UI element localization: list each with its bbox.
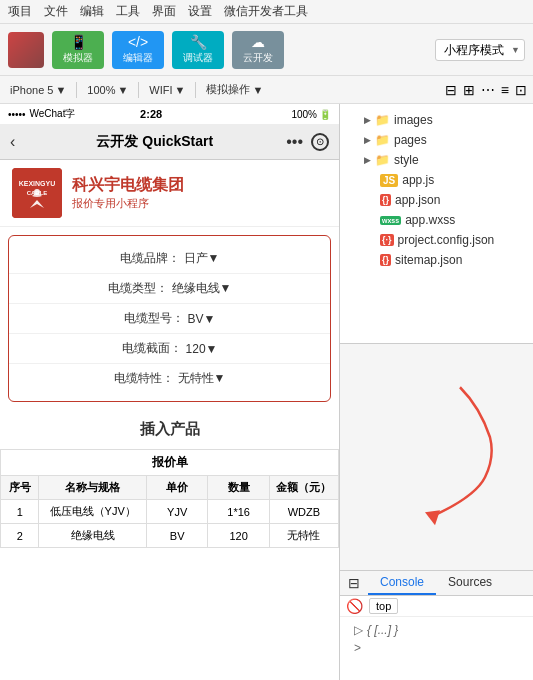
table-row: 1 低压电线（YJV） YJV 1*16 WDZB [1,500,339,524]
avatar [8,32,44,68]
mode-wrapper[interactable]: 小程序模式 [435,39,525,61]
device-selector[interactable]: iPhone 5 ▼ [6,82,70,98]
console-toolbar: 🚫 top [340,596,533,617]
simulator-button[interactable]: 📱 模拟器 [52,31,104,69]
divider-3 [195,82,196,98]
insert-product-section[interactable]: 插入产品 [0,410,339,449]
cloud-icon: ☁ [251,35,265,49]
tree-item-projectconfig[interactable]: {·} project.config.json [344,230,529,250]
tree-name-style: style [394,153,419,167]
mode-dropdown[interactable]: 小程序模式 [435,39,525,61]
wechat-app-label: WeChat字 [30,107,76,121]
simulator-label: 模拟器 [63,51,93,65]
property-value: 无特性▼ [178,370,226,387]
divider-1 [76,82,77,98]
company-subtitle: 报价专用小程序 [72,196,184,211]
insert-label: 插入产品 [140,420,200,437]
menu-item-项目[interactable]: 项目 [8,3,32,20]
tree-item-pages[interactable]: ▶ 📁 pages [344,130,529,150]
quote-table: 报价单 序号 名称与规格 单价 数量 金额（元） 1 低压电线（YJV） YJV… [0,449,339,548]
menu-item-编辑[interactable]: 编辑 [80,3,104,20]
tree-item-sitemap[interactable]: {} sitemap.json [344,250,529,270]
cloud-label: 云开发 [243,51,273,65]
tree-item-appwxss[interactable]: wxss app.wxss [344,210,529,230]
type-label: 电缆类型： [108,280,168,297]
form-row-brand[interactable]: 电缆品牌： 日产▼ [9,244,330,274]
row1-seq: 1 [1,500,39,524]
brand-value: 日产▼ [184,250,220,267]
toolbar-icon-1[interactable]: ⊟ [445,82,457,98]
console-content: ▷ { [...] } > [340,617,533,680]
editor-label: 编辑器 [123,51,153,65]
mode-select-area: 小程序模式 [435,39,525,61]
tab-sources[interactable]: Sources [436,571,504,595]
battery-indicator: 100% 🔋 [291,109,331,120]
zoom-label: 100% [87,84,115,96]
menu-item-文件[interactable]: 文件 [44,3,68,20]
col-header-seq: 序号 [1,476,39,500]
debugger-button[interactable]: 🔧 调试器 [172,31,224,69]
svg-point-3 [34,189,40,195]
col-header-qty: 数量 [208,476,269,500]
tree-item-style[interactable]: ▶ 📁 style [344,150,529,170]
tab-sources-label: Sources [448,575,492,589]
editor-button[interactable]: </> 编辑器 [112,31,164,69]
back-button[interactable]: ‹ [10,133,15,151]
file-tree: ▶ 📁 images ▶ 📁 pages ▶ 📁 style JS app.js… [340,104,533,344]
row1-name: 低压电线（YJV） [39,500,147,524]
app-header: KEXINGYU CABLE 科兴宇电缆集团 报价专用小程序 [0,160,339,227]
divider-2 [138,82,139,98]
page-title: 云开发 QuickStart [23,133,286,151]
phone-simulator: ••••• WeChat字 2:28 100% 🔋 ‹ 云开发 QuickSta… [0,104,340,680]
form-row-property[interactable]: 电缆特性： 无特性▼ [9,364,330,393]
action-selector[interactable]: 模拟操作 ▼ [202,80,267,99]
toolbar-icon-3[interactable]: ⋯ [481,82,495,98]
tree-item-appjs[interactable]: JS app.js [344,170,529,190]
sitemap-file-icon: {} [380,254,391,266]
type-value: 绝缘电线▼ [172,280,232,297]
toolbar-icon-2[interactable]: ⊞ [463,82,475,98]
tab-icon: ⊟ [348,575,360,591]
menu-item-设置[interactable]: 设置 [188,3,212,20]
console-panel: ⊟ Console Sources 🚫 top ▷ { [...] } [340,570,533,680]
console-cursor-row[interactable]: > [348,639,525,657]
model-label: 电缆型号： [124,310,184,327]
console-prompt: ▷ [354,623,363,637]
red-arrow-annotation [340,344,533,571]
editor-icon: </> [128,35,148,49]
device-label: iPhone 5 [10,84,53,96]
signal-dots-text: ••••• [8,109,26,120]
console-clear-icon[interactable]: 🚫 [346,598,363,614]
form-row-model[interactable]: 电缆型号： BV▼ [9,304,330,334]
network-selector[interactable]: WIFI ▼ [145,82,189,98]
console-input[interactable] [365,641,519,655]
row2-name: 绝缘电线 [39,524,147,548]
record-button[interactable]: ⊙ [311,133,329,151]
menu-item-界面[interactable]: 界面 [152,3,176,20]
svg-marker-4 [425,510,440,525]
toolbar: 📱 模拟器 </> 编辑器 🔧 调试器 ☁ 云开发 小程序模式 [0,24,533,76]
zoom-selector[interactable]: 100% ▼ [83,82,132,98]
tree-name-projectconfig: project.config.json [398,233,495,247]
tree-item-images[interactable]: ▶ 📁 images [344,110,529,130]
form-row-type[interactable]: 电缆类型： 绝缘电线▼ [9,274,330,304]
action-label: 模拟操作 [206,82,250,97]
toolbar-icon-4[interactable]: ≡ [501,82,509,98]
table-title: 报价单 [1,450,339,476]
quote-table-container: 报价单 序号 名称与规格 单价 数量 金额（元） 1 低压电线（YJV） YJV… [0,449,339,548]
tree-item-appjson[interactable]: {} app.json [344,190,529,210]
menu-item-微信开发者工具[interactable]: 微信开发者工具 [224,3,308,20]
zoom-chevron: ▼ [117,84,128,96]
form-row-section[interactable]: 电缆截面： 120▼ [9,334,330,364]
row1-qty: 1*16 [208,500,269,524]
more-options-button[interactable]: ••• [286,133,303,151]
toolbar-icon-5[interactable]: ⊡ [515,82,527,98]
menu-item-工具[interactable]: 工具 [116,3,140,20]
cloud-button[interactable]: ☁ 云开发 [232,31,284,69]
console-input-area: ▷ { [...] } [348,621,525,639]
console-top-selector[interactable]: top [369,598,398,614]
tab-console[interactable]: Console [368,571,436,595]
logo-svg: KEXINGYU CABLE [12,168,62,218]
folder-arrow: ▶ [364,155,371,165]
secondary-toolbar: iPhone 5 ▼ 100% ▼ WIFI ▼ 模拟操作 ▼ ⊟ ⊞ ⋯ ≡ … [0,76,533,104]
